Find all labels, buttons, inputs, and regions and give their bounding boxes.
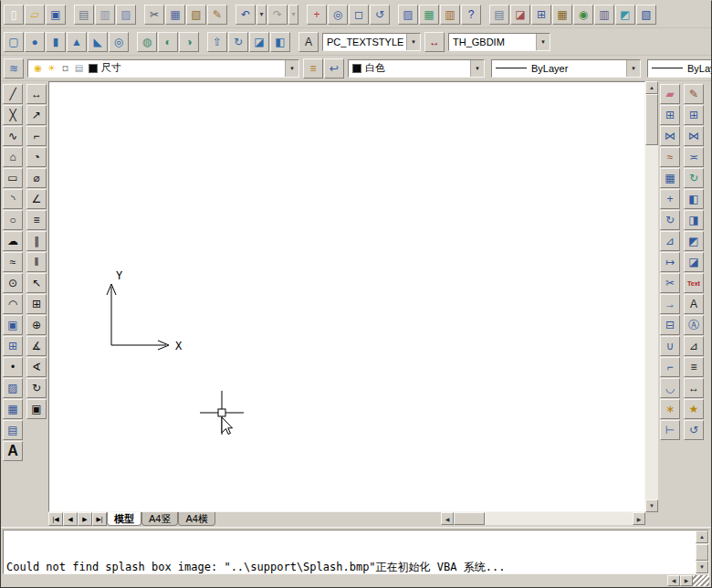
dimension-update-icon[interactable]: ↻ — [26, 378, 47, 398]
rotate-3d-icon[interactable]: ↻ — [684, 168, 704, 188]
command-scroll-left-icon[interactable]: ◀ — [667, 575, 680, 586]
baseline-dimension-icon[interactable]: ∥ — [26, 231, 47, 251]
spline-icon[interactable]: ≈ — [3, 252, 23, 272]
zoom-realtime-icon[interactable]: ◎ — [328, 5, 348, 25]
tab-a4-landscape[interactable]: A4横 — [178, 512, 215, 526]
pan-realtime-icon[interactable]: + — [307, 5, 327, 25]
cut-icon[interactable]: ✂ — [144, 5, 164, 25]
mirror-3d-icon[interactable]: ⋈ — [684, 126, 704, 146]
drawing-canvas[interactable]: Y X — [48, 81, 645, 512]
open-icon[interactable]: ▱ — [25, 5, 45, 25]
copy-nested-icon[interactable]: ⊞ — [684, 105, 704, 125]
quick-dimension-icon[interactable]: ≡ — [26, 210, 47, 230]
region-icon[interactable]: ▦ — [3, 399, 23, 419]
scale-icon[interactable]: ⊿ — [660, 231, 680, 251]
line-icon[interactable]: ╱ — [3, 84, 23, 104]
sphere-icon[interactable]: ● — [25, 32, 45, 52]
text-style-dropdown-icon[interactable]: ▼ — [406, 34, 420, 50]
multiline-text-icon[interactable]: A — [3, 441, 23, 461]
tolerance-icon[interactable]: ⊞ — [26, 294, 47, 314]
help-icon[interactable]: ? — [461, 5, 481, 25]
command-scroll-up-icon[interactable]: ▲ — [696, 530, 708, 543]
stretch-icon[interactable]: ↦ — [660, 252, 680, 272]
dim-style-dropdown-icon[interactable]: ▼ — [536, 34, 550, 50]
undo-flyout-icon[interactable]: ▾ — [257, 5, 267, 25]
object-properties-icon[interactable]: ▧ — [636, 5, 656, 25]
layer-plot-icon[interactable]: ▤ — [73, 61, 85, 75]
layer-lock-icon[interactable]: ◘ — [59, 61, 71, 75]
extrude-icon[interactable]: ⇧ — [207, 32, 227, 52]
quick-leader-icon[interactable]: ↖ — [26, 273, 47, 293]
tab-nav-prev-icon[interactable]: ◀ — [63, 512, 78, 526]
circle-icon[interactable]: ○ — [3, 210, 23, 230]
subtract-icon[interactable]: ◐ — [158, 32, 178, 52]
move-icon[interactable]: + — [660, 189, 680, 209]
command-scroll-down-icon[interactable]: ▼ — [696, 561, 708, 573]
layer-dropdown-icon[interactable]: ▼ — [285, 60, 298, 77]
trim-icon[interactable]: ✂ — [660, 273, 680, 293]
canvas-scroll-down-icon[interactable]: ▼ — [645, 499, 658, 512]
make-object-layer-current-icon[interactable]: ≡ — [303, 58, 323, 79]
table-icon[interactable]: ▦ — [552, 5, 572, 25]
revision-cloud-icon[interactable]: ☁ — [3, 231, 23, 251]
cone-icon[interactable]: ▲ — [67, 32, 87, 52]
construction-line-icon[interactable]: ╳ — [3, 105, 23, 125]
publish-icon[interactable]: ▨ — [116, 5, 136, 25]
layer-previous-icon[interactable]: ↩ — [324, 58, 344, 79]
redo-flyout-icon[interactable]: ▾ — [288, 5, 298, 25]
hyperlink-icon[interactable]: ◉ — [573, 5, 593, 25]
canvas-scroll-left-icon[interactable]: ◀ — [441, 512, 454, 525]
text-style-combo[interactable]: PC_TEXTSTYLE ▼ — [322, 33, 421, 51]
linetype-dropdown-icon[interactable]: ▼ — [626, 60, 640, 77]
break-at-point-icon[interactable]: ⊟ — [660, 315, 680, 335]
designcenter-icon[interactable]: ▦ — [419, 5, 439, 25]
arc-icon[interactable]: ◝ — [3, 189, 23, 209]
command-scroll-thumb[interactable] — [696, 544, 708, 561]
edge-edit-icon[interactable]: ◩ — [684, 231, 704, 251]
text-icon[interactable]: Text — [684, 273, 704, 293]
single-line-text-icon[interactable]: A — [684, 294, 704, 314]
rotate-icon[interactable]: ↻ — [660, 210, 680, 230]
convert-distance-icon[interactable]: ↔ — [684, 378, 704, 398]
center-mark-icon[interactable]: ⊕ — [26, 315, 47, 335]
revolve-icon[interactable]: ↻ — [228, 32, 248, 52]
rectangle-icon[interactable]: ▭ — [3, 168, 23, 188]
polyline-icon[interactable]: ∿ — [3, 126, 23, 146]
color-dropdown-icon[interactable]: ▼ — [470, 60, 484, 77]
color-combo[interactable]: 白色 ▼ — [348, 59, 485, 78]
align-icon[interactable]: ≍ — [684, 147, 704, 167]
offset-icon[interactable]: ≈ — [660, 147, 680, 167]
match-properties-icon[interactable]: ✎ — [207, 5, 227, 25]
section-icon[interactable]: ◧ — [270, 32, 290, 52]
layer-freeze-sun-icon[interactable]: ☀ — [46, 61, 58, 75]
properties-icon[interactable]: ▨ — [398, 5, 418, 25]
tab-nav-first-icon[interactable]: |◀ — [48, 512, 63, 526]
polygon-icon[interactable]: ⌂ — [3, 147, 23, 167]
paste-icon[interactable]: ▧ — [186, 5, 206, 25]
tab-nav-last-icon[interactable]: ▶| — [92, 512, 107, 526]
scale-text-icon[interactable]: ⊿ — [684, 336, 704, 356]
intersect-icon[interactable]: ◑ — [179, 32, 199, 52]
angular-dimension-icon[interactable]: ∠ — [26, 189, 47, 209]
redo-icon[interactable]: ↷ — [267, 5, 288, 25]
layer-combo[interactable]: ◉☀◘▤ 尺寸 ▼ — [27, 59, 299, 78]
resize-grip[interactable] — [693, 575, 709, 586]
radius-dimension-icon[interactable]: ◔ — [26, 147, 47, 167]
erase-icon[interactable]: ▰ — [660, 84, 680, 104]
face-edit-icon[interactable]: ◨ — [684, 210, 704, 230]
command-scroll-right-icon[interactable]: ▶ — [680, 575, 693, 586]
canvas-vertical-scroll-track[interactable] — [645, 145, 658, 499]
hatch-icon[interactable]: ▨ — [3, 378, 23, 398]
break-icon[interactable]: ∪ — [660, 336, 680, 356]
layer-on-bulb-icon[interactable]: ◉ — [32, 61, 44, 75]
render-icon[interactable]: ◩ — [615, 5, 635, 25]
solid-edit-icon[interactable]: ◧ — [684, 189, 704, 209]
text-style-icon[interactable]: A — [298, 32, 319, 52]
box-icon[interactable]: ▢ — [4, 32, 24, 52]
markup-icon[interactable]: ◪ — [510, 5, 530, 25]
array-icon[interactable]: ▦ — [660, 168, 680, 188]
ellipse-arc-icon[interactable]: ◠ — [3, 294, 23, 314]
canvas-vertical-scroll-thumb[interactable] — [645, 94, 658, 145]
edit-pencil-icon[interactable]: ✎ — [684, 84, 704, 104]
new-icon[interactable]: ▯ — [4, 5, 24, 25]
